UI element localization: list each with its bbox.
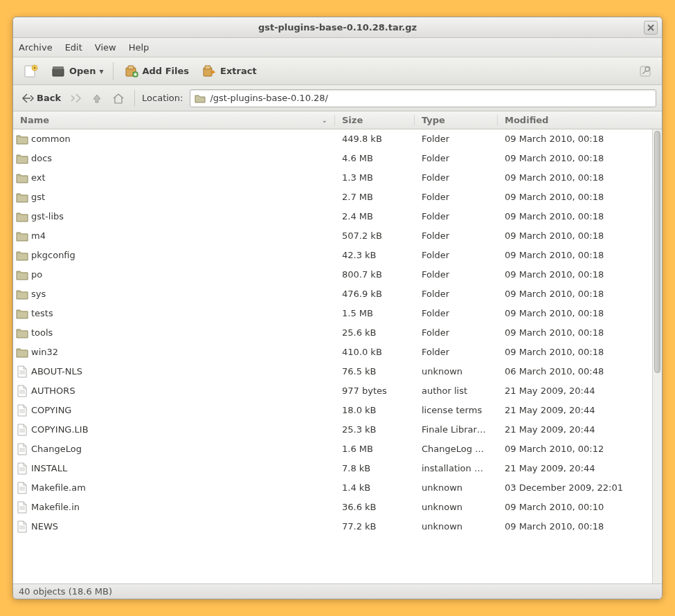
forward-button[interactable]: [68, 89, 84, 108]
table-row[interactable]: ext1.3 MBFolder09 March 2010, 00:18: [13, 168, 652, 188]
table-row[interactable]: gst2.7 MBFolder09 March 2010, 00:18: [13, 188, 652, 207]
file-icon: [13, 385, 31, 397]
file-type: unknown: [415, 482, 498, 493]
table-row[interactable]: gst-libs2.4 MBFolder09 March 2010, 00:18: [13, 207, 652, 226]
file-name: ext: [31, 172, 335, 183]
column-type[interactable]: Type: [415, 115, 498, 125]
column-modified[interactable]: Modified: [498, 115, 662, 125]
menu-help[interactable]: Help: [129, 42, 150, 53]
table-row[interactable]: NEWS77.2 kBunknown09 March 2010, 00:18: [13, 517, 652, 536]
column-headers: Name ⌄ Size Type Modified: [13, 111, 662, 129]
file-type: Folder: [415, 269, 498, 280]
table-row[interactable]: win32410.0 kBFolder09 March 2010, 00:18: [13, 343, 652, 362]
close-icon: [647, 24, 654, 31]
file-modified: 21 May 2009, 20:44: [498, 405, 652, 415]
new-archive-icon: [23, 64, 38, 79]
extract-label: Extract: [220, 66, 257, 76]
file-type: Folder: [415, 308, 498, 318]
folder-icon: [13, 347, 31, 358]
file-name: common: [31, 134, 335, 144]
table-row[interactable]: common449.8 kBFolder09 March 2010, 00:18: [13, 129, 652, 149]
menu-archive[interactable]: Archive: [19, 42, 53, 53]
file-size: 449.8 kB: [335, 134, 415, 144]
file-list[interactable]: common449.8 kBFolder09 March 2010, 00:18…: [13, 129, 652, 583]
home-button[interactable]: [109, 89, 127, 108]
folder-icon: [13, 289, 31, 300]
properties-button[interactable]: [634, 61, 656, 82]
window-close-button[interactable]: [644, 21, 658, 35]
folder-icon: [13, 269, 31, 280]
file-modified: 09 March 2010, 00:18: [498, 172, 652, 183]
toolbar: Open ▾ Add Files Extract: [13, 57, 662, 85]
location-field[interactable]: /gst-plugins-base-0.10.28/: [190, 89, 656, 107]
extract-icon: [201, 64, 217, 79]
back-button[interactable]: Back: [19, 89, 64, 108]
archive-manager-window: gst-plugins-base-0.10.28.tar.gz Archive …: [12, 17, 663, 599]
up-button[interactable]: [89, 89, 105, 108]
file-size: 42.3 kB: [335, 250, 415, 260]
file-size: 36.6 kB: [335, 502, 415, 512]
file-modified: 06 March 2010, 00:48: [498, 366, 652, 377]
file-modified: 09 March 2010, 00:18: [498, 521, 652, 532]
statusbar: 40 objects (18.6 MB): [13, 583, 662, 599]
file-name: AUTHORS: [31, 386, 335, 396]
open-button[interactable]: Open ▾: [46, 61, 107, 82]
table-row[interactable]: docs4.6 MBFolder09 March 2010, 00:18: [13, 149, 652, 168]
folder-icon: [13, 250, 31, 261]
table-row[interactable]: ABOUT-NLS76.5 kBunknown06 March 2010, 00…: [13, 362, 652, 381]
extract-button[interactable]: Extract: [197, 61, 261, 82]
table-row[interactable]: m4507.2 kBFolder09 March 2010, 00:18: [13, 226, 652, 246]
file-icon: [13, 482, 31, 494]
table-row[interactable]: ChangeLog1.6 MBChangeLog …09 March 2010,…: [13, 440, 652, 459]
file-modified: 09 March 2010, 00:18: [498, 230, 652, 241]
file-type: unknown: [415, 521, 498, 532]
file-icon: [13, 462, 31, 475]
file-modified: 09 March 2010, 00:10: [498, 502, 652, 512]
file-size: 25.3 kB: [335, 424, 415, 435]
column-name[interactable]: Name ⌄: [13, 115, 335, 125]
file-modified: 09 March 2010, 00:12: [498, 444, 652, 454]
table-row[interactable]: tools25.6 kBFolder09 March 2010, 00:18: [13, 323, 652, 343]
table-row[interactable]: sys476.9 kBFolder09 March 2010, 00:18: [13, 284, 652, 304]
table-row[interactable]: tests1.5 MBFolder09 March 2010, 00:18: [13, 304, 652, 323]
table-row[interactable]: INSTALL7.8 kBinstallation …21 May 2009, …: [13, 459, 652, 478]
file-icon: [13, 424, 31, 436]
file-type: Folder: [415, 230, 498, 241]
folder-icon: [13, 211, 31, 222]
column-size[interactable]: Size: [335, 115, 415, 125]
file-modified: 09 March 2010, 00:18: [498, 347, 652, 357]
file-type: unknown: [415, 502, 498, 512]
folder-icon: [13, 172, 31, 183]
vertical-scrollbar[interactable]: [652, 129, 662, 583]
new-archive-button[interactable]: [19, 61, 42, 82]
file-size: 1.5 MB: [335, 308, 415, 318]
properties-icon: [638, 64, 652, 78]
table-row[interactable]: COPYING18.0 kBlicense terms21 May 2009, …: [13, 401, 652, 420]
back-label: Back: [37, 93, 61, 103]
file-name: sys: [31, 289, 335, 299]
table-row[interactable]: AUTHORS977 bytesauthor list21 May 2009, …: [13, 381, 652, 401]
menu-view[interactable]: View: [95, 42, 116, 53]
file-size: 77.2 kB: [335, 521, 415, 532]
file-icon: [13, 520, 31, 533]
add-files-button[interactable]: Add Files: [119, 61, 193, 82]
scrollbar-thumb[interactable]: [654, 131, 660, 373]
window-title: gst-plugins-base-0.10.28.tar.gz: [258, 22, 417, 33]
file-name: tools: [31, 327, 335, 338]
file-type: installation …: [415, 463, 498, 473]
file-type: Folder: [415, 134, 498, 144]
file-name: Makefile.in: [31, 502, 335, 512]
file-modified: 09 March 2010, 00:18: [498, 134, 652, 144]
table-row[interactable]: po800.7 kBFolder09 March 2010, 00:18: [13, 265, 652, 284]
table-row[interactable]: pkgconfig42.3 kBFolder09 March 2010, 00:…: [13, 246, 652, 265]
file-size: 476.9 kB: [335, 289, 415, 299]
table-row[interactable]: Makefile.am1.4 kBunknown03 December 2009…: [13, 478, 652, 498]
open-archive-icon: [51, 64, 66, 79]
menu-edit[interactable]: Edit: [65, 42, 82, 53]
navbar: Back Location: /gst-plugins-base-0.10.28…: [13, 85, 662, 111]
location-path: /gst-plugins-base-0.10.28/: [210, 93, 328, 103]
file-size: 410.0 kB: [335, 347, 415, 357]
file-name: ABOUT-NLS: [31, 366, 335, 377]
table-row[interactable]: Makefile.in36.6 kBunknown09 March 2010, …: [13, 498, 652, 517]
table-row[interactable]: COPYING.LIB25.3 kBFinale Librar…21 May 2…: [13, 420, 652, 440]
